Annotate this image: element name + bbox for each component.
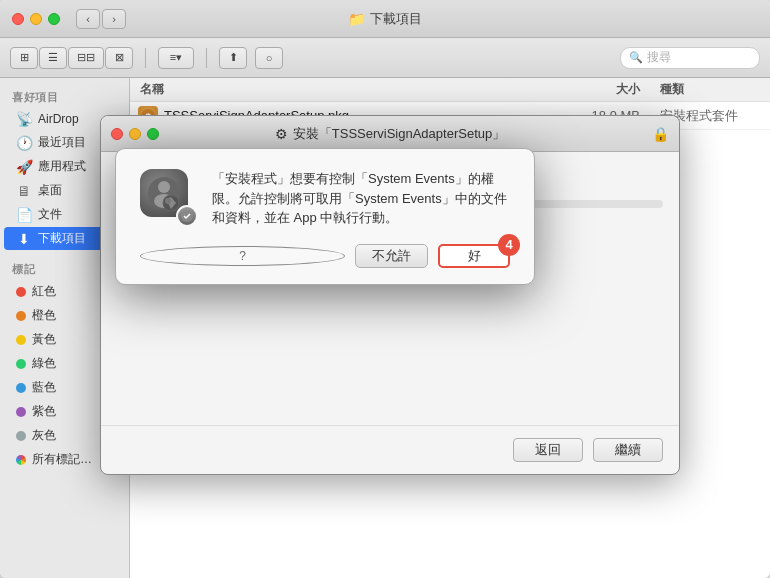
search-box[interactable]: 🔍 搜尋 [620,47,760,69]
finder-folder-icon: 📁 [348,11,365,27]
share-btn[interactable]: ⬆ [219,47,247,69]
green-dot [16,359,26,369]
svg-point-6 [165,198,171,204]
installer-continue-button[interactable]: 繼續 [593,438,663,462]
purple-dot [16,407,26,417]
installer-maximize-button[interactable] [147,128,159,140]
sidebar-recents-label: 最近項目 [38,134,86,151]
alert-icon-badge [176,205,198,227]
tag-btn[interactable]: ○ [255,47,283,69]
sidebar-downloads-label: 下載項目 [38,230,86,247]
documents-icon: 📄 [16,207,32,223]
alert-message: 「安裝程式」想要有控制「System Events」的權限。允許控制將可取用「S… [212,169,510,228]
step-badge: 4 [498,234,520,256]
downloads-icon: ⬇ [16,231,32,247]
finder-titlebar: ‹ › 📁 下載項目 [0,0,770,38]
desktop-icon: 🖥 [16,183,32,199]
alert-buttons: ? 不允許 好 4 [140,244,510,268]
finder-toolbar: ⊞ ☰ ⊟⊟ ⊠ ≡▾ ⬆ ○ 🔍 搜尋 [0,38,770,78]
toolbar-divider-1 [145,48,146,68]
sidebar-purple-label: 紫色 [32,403,56,420]
back-nav-button[interactable]: ‹ [76,9,100,29]
sidebar-gray-label: 灰色 [32,427,56,444]
apps-icon: 🚀 [16,159,32,175]
col-header-size[interactable]: 大小 [550,81,650,98]
installer-minimize-button[interactable] [129,128,141,140]
installer-title-icon: ⚙ [275,126,288,142]
toolbar-divider-2 [206,48,207,68]
red-dot [16,287,26,297]
recents-icon: 🕐 [16,135,32,151]
col-header-name[interactable]: 名稱 [130,81,550,98]
sidebar-yellow-label: 黃色 [32,331,56,348]
alert-icon [140,169,196,225]
column-headers: 名稱 大小 種類 [130,78,770,102]
sort-buttons: ≡▾ [158,47,194,69]
arrange-btn[interactable]: ≡▾ [158,47,194,69]
alert-message-text: 「安裝程式」想要有控制「System Events」的權限。允許控制將可取用「S… [212,171,507,225]
gray-dot [16,431,26,441]
gallery-view-btn[interactable]: ⊠ [105,47,133,69]
sidebar-all-tags-label: 所有標記… [32,451,92,468]
maximize-button[interactable] [48,13,60,25]
minimize-button[interactable] [30,13,42,25]
yellow-dot [16,335,26,345]
airdrop-icon: 📡 [16,111,32,127]
finder-title: 📁 下載項目 [348,10,422,28]
installer-titlebar: ⚙ 安裝「TSSServiSignAdapterSetup」 🔒 [101,116,679,152]
view-buttons: ⊞ ☰ ⊟⊟ ⊠ [10,47,133,69]
sidebar-airdrop-label: AirDrop [38,112,79,126]
svg-point-3 [158,181,170,193]
alert-content: 「安裝程式」想要有控制「System Events」的權限。允許控制將可取用「S… [140,169,510,228]
forward-nav-button[interactable]: › [102,9,126,29]
allow-btn-wrapper: 好 4 [438,244,510,268]
alert-deny-button[interactable]: 不允許 [355,244,428,268]
col-header-kind[interactable]: 種類 [650,81,770,98]
traffic-lights [12,13,60,25]
close-button[interactable] [12,13,24,25]
sidebar-green-label: 綠色 [32,355,56,372]
orange-dot [16,311,26,321]
finder-title-text: 下載項目 [370,10,422,28]
installer-title: ⚙ 安裝「TSSServiSignAdapterSetup」 [275,125,505,143]
installer-bottom-buttons: 返回 繼續 [101,425,679,474]
alert-help-button[interactable]: ? [140,246,345,266]
search-placeholder: 搜尋 [647,49,671,66]
sidebar-desktop-label: 桌面 [38,182,62,199]
blue-dot [16,383,26,393]
sidebar-orange-label: 橙色 [32,307,56,324]
all-tags-dot [16,455,26,465]
favorites-section-title: 喜好項目 [0,86,129,107]
search-icon: 🔍 [629,51,643,64]
installer-traffic-lights [111,128,159,140]
alert-dialog: 「安裝程式」想要有控制「System Events」的權限。允許控制將可取用「S… [115,148,535,285]
installer-close-button[interactable] [111,128,123,140]
icon-view-btn[interactable]: ⊞ [10,47,38,69]
sidebar-red-label: 紅色 [32,283,56,300]
sidebar-blue-label: 藍色 [32,379,56,396]
installer-back-button[interactable]: 返回 [513,438,583,462]
list-view-btn[interactable]: ☰ [39,47,67,69]
column-view-btn[interactable]: ⊟⊟ [68,47,104,69]
sidebar-documents-label: 文件 [38,206,62,223]
lock-icon: 🔒 [652,126,669,142]
nav-buttons: ‹ › [76,9,126,29]
installer-title-text: 安裝「TSSServiSignAdapterSetup」 [293,125,505,143]
sidebar-apps-label: 應用程式 [38,158,86,175]
